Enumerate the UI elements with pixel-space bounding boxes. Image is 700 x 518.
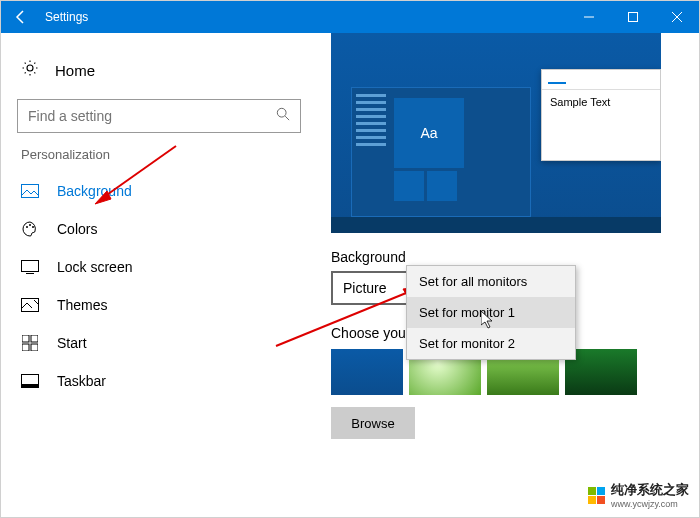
svg-point-7 bbox=[32, 226, 34, 228]
svg-rect-11 bbox=[22, 335, 29, 342]
sample-text: Sample Text bbox=[542, 90, 660, 114]
svg-point-5 bbox=[26, 226, 28, 228]
watermark-text: 纯净系统之家 bbox=[611, 481, 689, 499]
context-menu-item-all-monitors[interactable]: Set for all monitors bbox=[407, 266, 575, 297]
home-label: Home bbox=[55, 62, 95, 79]
search-icon bbox=[276, 107, 290, 125]
nav-label: Colors bbox=[57, 221, 97, 237]
svg-point-6 bbox=[29, 224, 31, 226]
themes-icon bbox=[21, 296, 39, 314]
watermark-logo bbox=[587, 486, 605, 504]
desktop-preview: Aa Sample Text bbox=[331, 33, 661, 233]
search-input[interactable] bbox=[17, 99, 301, 133]
svg-rect-1 bbox=[629, 13, 638, 22]
preview-start-menu: Aa bbox=[351, 87, 531, 217]
svg-rect-13 bbox=[22, 344, 29, 351]
palette-icon bbox=[21, 220, 39, 238]
preview-tile: Aa bbox=[394, 98, 464, 168]
svg-rect-10 bbox=[22, 299, 39, 312]
nav-label: Themes bbox=[57, 297, 108, 313]
watermark: 纯净系统之家 www.ycwjzy.com bbox=[587, 481, 689, 509]
picture-icon bbox=[21, 182, 39, 200]
search-field[interactable] bbox=[28, 108, 276, 124]
minimize-button[interactable] bbox=[567, 1, 611, 33]
svg-rect-14 bbox=[31, 344, 38, 351]
maximize-button[interactable] bbox=[611, 1, 655, 33]
svg-line-3 bbox=[285, 116, 289, 120]
close-button[interactable] bbox=[655, 1, 699, 33]
svg-rect-12 bbox=[31, 335, 38, 342]
svg-line-17 bbox=[101, 146, 176, 199]
preview-sample-window: Sample Text bbox=[541, 69, 661, 161]
annotation-arrow bbox=[271, 281, 421, 351]
svg-rect-8 bbox=[22, 261, 39, 272]
sidebar: Home Personalization Background Colors L… bbox=[1, 33, 331, 517]
nav-label: Taskbar bbox=[57, 373, 106, 389]
sidebar-home[interactable]: Home bbox=[17, 53, 331, 91]
context-menu-item-monitor-2[interactable]: Set for monitor 2 bbox=[407, 328, 575, 359]
annotation-arrow bbox=[91, 141, 181, 211]
start-icon bbox=[21, 334, 39, 352]
sidebar-item-taskbar[interactable]: Taskbar bbox=[17, 362, 331, 400]
svg-rect-4 bbox=[22, 185, 39, 198]
lock-screen-icon bbox=[21, 258, 39, 276]
window-title: Settings bbox=[41, 10, 567, 24]
svg-point-2 bbox=[277, 108, 286, 117]
cursor-icon bbox=[481, 311, 497, 331]
background-label: Background bbox=[331, 249, 681, 265]
svg-rect-16 bbox=[22, 384, 39, 388]
thumbnail[interactable] bbox=[331, 349, 403, 395]
watermark-url: www.ycwjzy.com bbox=[611, 499, 689, 509]
svg-line-19 bbox=[276, 291, 411, 346]
taskbar-icon bbox=[21, 372, 39, 390]
preview-taskbar bbox=[331, 217, 661, 233]
back-button[interactable] bbox=[1, 9, 41, 25]
nav-label: Start bbox=[57, 335, 87, 351]
nav-label: Lock screen bbox=[57, 259, 132, 275]
sidebar-item-colors[interactable]: Colors bbox=[17, 210, 331, 248]
titlebar: Settings bbox=[1, 1, 699, 33]
gear-icon bbox=[21, 59, 39, 81]
browse-button[interactable]: Browse bbox=[331, 407, 415, 439]
